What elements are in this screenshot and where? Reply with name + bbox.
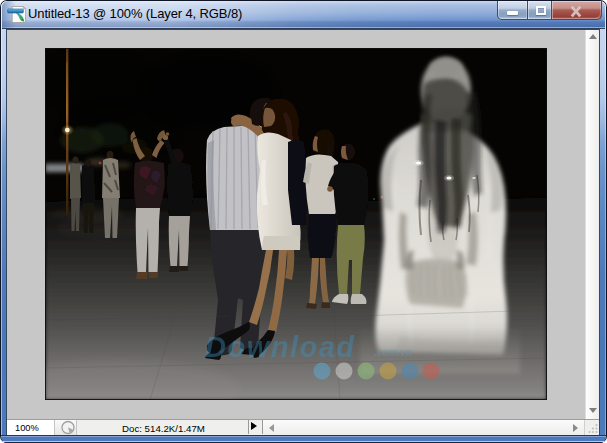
svg-text:.com.vn: .com.vn	[374, 347, 412, 358]
svg-text:Download: Download	[205, 331, 356, 363]
